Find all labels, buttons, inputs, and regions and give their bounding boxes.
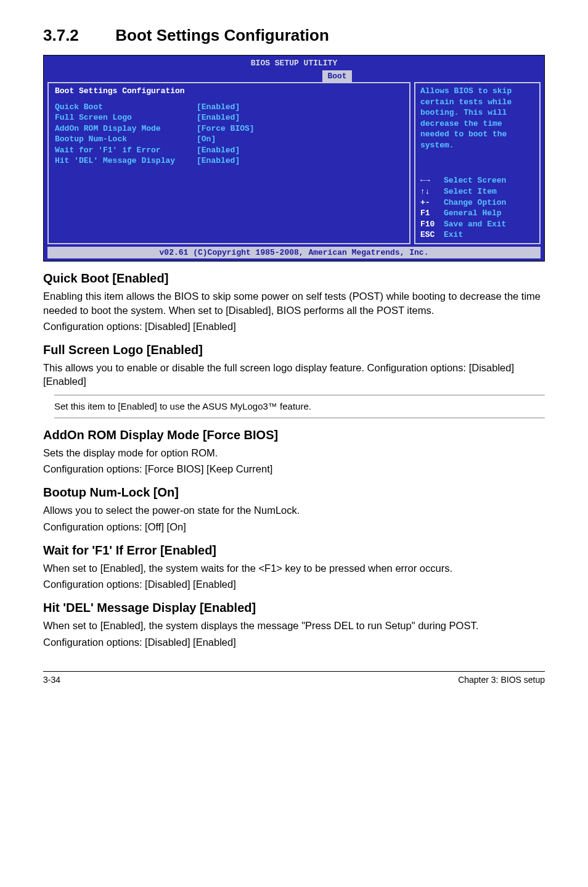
section-heading: 3.7.2 Boot Settings Configuration — [43, 25, 545, 46]
paragraph: Configuration options: [Force BIOS] [Kee… — [43, 462, 545, 476]
paragraph: Configuration options: [Disabled] [Enabl… — [43, 635, 545, 649]
paragraph: Configuration options: [Disabled] [Enabl… — [43, 577, 545, 591]
section-number: 3.7.2 — [43, 25, 111, 46]
paragraph: Configuration options: [Off] [On] — [43, 520, 545, 534]
heading-bootup-numlock: Bootup Num-Lock [On] — [43, 484, 545, 501]
bios-panel-title: Boot Settings Configuration — [55, 86, 403, 97]
heading-hit-del: Hit 'DEL' Message Display [Enabled] — [43, 600, 545, 616]
bios-value: [Enabled] — [197, 102, 240, 113]
key: ↑↓ — [420, 186, 444, 197]
key-label: Exit — [444, 229, 463, 241]
bios-label: Hit 'DEL' Message Display — [55, 155, 197, 167]
key: F1 — [420, 208, 444, 219]
key-label: Change Option — [444, 197, 506, 208]
key-label: Save and Exit — [444, 219, 506, 230]
bios-header: BIOS SETUP UTILITY Boot — [44, 56, 544, 82]
bios-help-panel: Allows BIOS to skip certain tests while … — [414, 82, 541, 244]
bios-screenshot: BIOS SETUP UTILITY Boot Boot Settings Co… — [43, 55, 545, 262]
paragraph: Allows you to select the power-on state … — [43, 503, 545, 517]
bios-title: BIOS SETUP UTILITY — [44, 58, 544, 69]
paragraph: When set to [Enabled], the system waits … — [43, 561, 545, 575]
section-title: Boot Settings Configuration — [115, 26, 329, 44]
bios-value: [Enabled] — [197, 145, 240, 156]
bios-value: [Enabled] — [197, 155, 240, 167]
key-label: Select Screen — [444, 175, 506, 186]
key: ESC — [420, 229, 444, 241]
paragraph: Sets the display mode for option ROM. — [43, 446, 545, 460]
key: +- — [420, 197, 444, 208]
note-block: Set this item to [Enabled] to use the AS… — [43, 395, 545, 418]
paragraph: Enabling this item allows the BIOS to sk… — [43, 289, 545, 317]
bios-row: Full Screen Logo[Enabled] — [55, 112, 403, 123]
bios-value: [On] — [197, 134, 216, 145]
paragraph: Configuration options: [Disabled] [Enabl… — [43, 320, 545, 333]
bios-copyright: v02.61 (C)Copyright 1985-2008, American … — [47, 247, 541, 259]
bios-settings-panel: Boot Settings Configuration Quick Boot[E… — [47, 82, 410, 244]
page-footer: 3-34 Chapter 3: BIOS setup — [43, 671, 545, 686]
bios-value: [Enabled] — [197, 112, 240, 123]
key-label: Select Item — [444, 186, 497, 197]
paragraph: This allows you to enable or disable the… — [43, 361, 545, 389]
page-number: 3-34 — [43, 674, 60, 686]
bios-row: Quick Boot[Enabled] — [55, 102, 403, 113]
bios-row: AddOn ROM Display Mode[Force BIOS] — [55, 123, 403, 134]
heading-quick-boot: Quick Boot [Enabled] — [43, 270, 545, 287]
heading-wait-f1: Wait for 'F1' If Error [Enabled] — [43, 542, 545, 559]
paragraph: When set to [Enabled], the system displa… — [43, 619, 545, 632]
bios-value: [Force BIOS] — [197, 123, 255, 134]
bios-label: AddOn ROM Display Mode — [55, 123, 197, 134]
bios-key-legend: ←→Select Screen ↑↓Select Item +-Change O… — [420, 175, 534, 240]
bios-label: Wait for 'F1' if Error — [55, 145, 197, 156]
chapter-label: Chapter 3: BIOS setup — [458, 674, 545, 686]
heading-addon-rom: AddOn ROM Display Mode [Force BIOS] — [43, 427, 545, 444]
heading-full-screen-logo: Full Screen Logo [Enabled] — [43, 342, 545, 358]
key: ←→ — [420, 175, 444, 186]
bios-row: Bootup Num-Lock[On] — [55, 134, 403, 145]
key: F10 — [420, 219, 444, 230]
note-text: Set this item to [Enabled] to use the AS… — [54, 395, 545, 418]
bios-help-text: Allows BIOS to skip certain tests while … — [420, 86, 534, 151]
bios-label: Quick Boot — [55, 102, 197, 113]
bios-row: Hit 'DEL' Message Display[Enabled] — [55, 155, 403, 167]
bios-tab-boot: Boot — [322, 70, 351, 83]
bios-label: Bootup Num-Lock — [55, 134, 197, 145]
bios-row: Wait for 'F1' if Error[Enabled] — [55, 145, 403, 156]
bios-label: Full Screen Logo — [55, 112, 197, 123]
key-label: General Help — [444, 208, 502, 219]
